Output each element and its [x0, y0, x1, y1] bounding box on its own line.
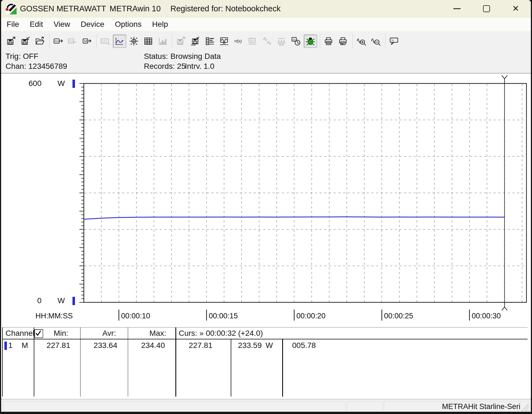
- svg-text:1257: 1257: [102, 40, 107, 43]
- cursor-mode-button[interactable]: [127, 35, 141, 48]
- resize-grip[interactable]: [521, 404, 528, 411]
- open-folder-icon: [35, 36, 45, 46]
- store-data-button[interactable]: [189, 35, 202, 48]
- read-measurement-button[interactable]: M: [80, 35, 94, 48]
- toolbar-separator: [49, 34, 50, 48]
- read-device-memory-button[interactable]: 321: [51, 35, 65, 48]
- title-app-name: METRAwin 10: [110, 4, 161, 13]
- printer-icon: [338, 36, 348, 46]
- m-read-icon: M: [82, 36, 92, 46]
- svg-text:M: M: [84, 39, 87, 43]
- statusbar-panel-1: [3, 402, 346, 412]
- notes-button[interactable]: ½: [387, 35, 401, 48]
- channel-visible-checkbox[interactable]: [34, 329, 43, 338]
- svg-text:321: 321: [250, 39, 254, 42]
- record-list-button[interactable]: [203, 35, 216, 48]
- title-registration: Registered for: Notebookcheck: [170, 4, 281, 13]
- minimize-button[interactable]: [450, 3, 464, 14]
- row-channel-color: [4, 342, 7, 350]
- menu-edit[interactable]: Edit: [25, 19, 47, 29]
- row-channel-number: 1: [8, 341, 13, 350]
- clear-device-memory-button[interactable]: 321✂: [66, 35, 79, 48]
- table-icon: [144, 36, 153, 46]
- channel-status: Chan: 123456789: [6, 62, 67, 71]
- close-button[interactable]: ✕: [508, 3, 523, 14]
- numeric-panel-button[interactable]: 321: [246, 35, 259, 48]
- table-gridline: [80, 327, 81, 397]
- table-gridline: [282, 339, 283, 397]
- statusbar-panel-device: METRAHit Starline-Seri: [384, 402, 529, 412]
- monitor-wave-icon: [219, 36, 229, 46]
- split-curves-button[interactable]: [261, 35, 274, 48]
- menu-device[interactable]: Device: [76, 19, 109, 29]
- zoom-in-time-button[interactable]: [355, 35, 368, 48]
- time-settings-button[interactable]: 12: [289, 35, 303, 48]
- svg-text:321: 321: [55, 40, 59, 43]
- menu-view[interactable]: View: [49, 19, 74, 29]
- svg-text:=f(x): =f(x): [234, 39, 242, 43]
- formula-button[interactable]: =f(x): [232, 35, 245, 48]
- x-axis-label: 00:00:30: [472, 312, 501, 320]
- overlay-waves-icon: [277, 36, 286, 46]
- svg-text:12: 12: [293, 38, 295, 41]
- print-preview-button[interactable]: [322, 35, 335, 48]
- record-list-icon: [205, 36, 214, 46]
- save-file-button[interactable]: [19, 35, 32, 48]
- open-file-button[interactable]: [33, 35, 46, 48]
- print-button[interactable]: [336, 35, 350, 48]
- trigger-status: Trig: OFF: [6, 52, 38, 61]
- view-histogram-button[interactable]: [156, 35, 169, 48]
- cursor-handle-icon: [502, 307, 505, 310]
- overlay-curves-button[interactable]: [275, 35, 288, 48]
- app-logo-icon: [6, 3, 17, 14]
- svg-text:✂: ✂: [74, 40, 77, 44]
- chart-area: 600 W 0 W 00:00:1000:00:1500:00:2000:00:…: [1, 73, 531, 328]
- live-mode-button[interactable]: [304, 35, 317, 48]
- row-cursor-unit: W: [266, 341, 273, 350]
- export-data-button[interactable]: [174, 35, 188, 48]
- menu-file[interactable]: File: [2, 19, 24, 29]
- toolbar-separator: [352, 34, 353, 48]
- col-header-channel: Channel:: [6, 329, 37, 338]
- interval-value: Intrv. 1.0: [185, 62, 214, 71]
- x-axis-format-label: HH:MM:SS: [35, 312, 73, 320]
- floppy-store-icon: [191, 36, 200, 46]
- x-axis-label: 00:00:10: [121, 312, 150, 320]
- floppy-export-icon: [176, 36, 186, 46]
- row-min-value: 227.81: [34, 341, 70, 350]
- measurement-table: Channel: Min: Avr: Max: Curs: » 00:00:32…: [1, 327, 531, 399]
- check-icon: [35, 330, 41, 337]
- col-header-cursor: Curs: » 00:00:32 (+24.0): [179, 329, 263, 338]
- zoom-in-wave-icon: [357, 36, 366, 46]
- zoom-out-time-button[interactable]: [369, 35, 382, 48]
- x-axis-label: 00:00:20: [296, 312, 325, 320]
- table-border: [2, 327, 528, 327]
- cursor-handle-icon: [505, 75, 507, 79]
- series-line-channel-1: [84, 217, 505, 219]
- chart-plot[interactable]: 00:00:1000:00:1500:00:2000:00:2500:00:30…: [1, 74, 530, 328]
- maximize-button[interactable]: [479, 3, 494, 14]
- menu-options[interactable]: Options: [110, 19, 146, 29]
- status-value: Browsing Data: [170, 52, 221, 61]
- bug-icon: [306, 36, 315, 46]
- col-header-max: Max:: [149, 329, 166, 338]
- online-monitor-button[interactable]: [217, 35, 231, 48]
- row-avr-value: 233.64: [81, 341, 117, 350]
- floppy-in-icon: [21, 36, 30, 46]
- formula-icon: =f(x): [234, 36, 243, 46]
- title-brand: GOSSEN METRAWATT: [20, 4, 106, 13]
- view-table-button[interactable]: [142, 35, 155, 48]
- row-cursor-min-value: 227.81: [177, 341, 212, 350]
- floppy-out-icon: [6, 36, 16, 46]
- toolbar-separator: [96, 34, 97, 48]
- menubar: File Edit View Device Options Help: [1, 18, 531, 31]
- menu-help[interactable]: Help: [148, 19, 173, 29]
- minimize-icon: [453, 8, 461, 9]
- line-chart-icon: [115, 36, 124, 46]
- row-channel-mode: M: [22, 341, 28, 350]
- view-chart-button[interactable]: [113, 35, 126, 48]
- status-label: Status:: [144, 52, 168, 61]
- export-file-button[interactable]: [4, 35, 18, 48]
- numeric-device-icon: 321: [248, 36, 258, 46]
- view-numeric-button[interactable]: 1257: [98, 35, 112, 48]
